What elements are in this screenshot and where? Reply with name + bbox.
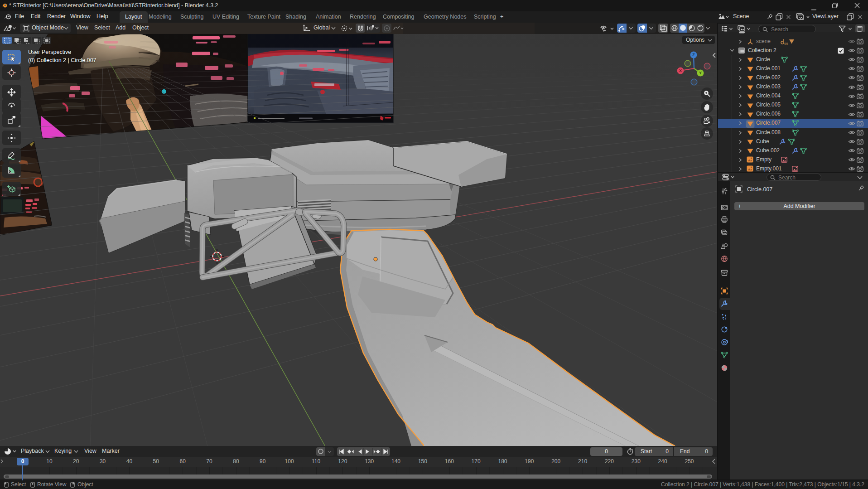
svg-text:Z: Z <box>692 53 695 57</box>
svg-text:X: X <box>679 68 682 73</box>
svg-text:99: 99 <box>784 42 788 45</box>
svg-text:Y: Y <box>699 71 702 75</box>
